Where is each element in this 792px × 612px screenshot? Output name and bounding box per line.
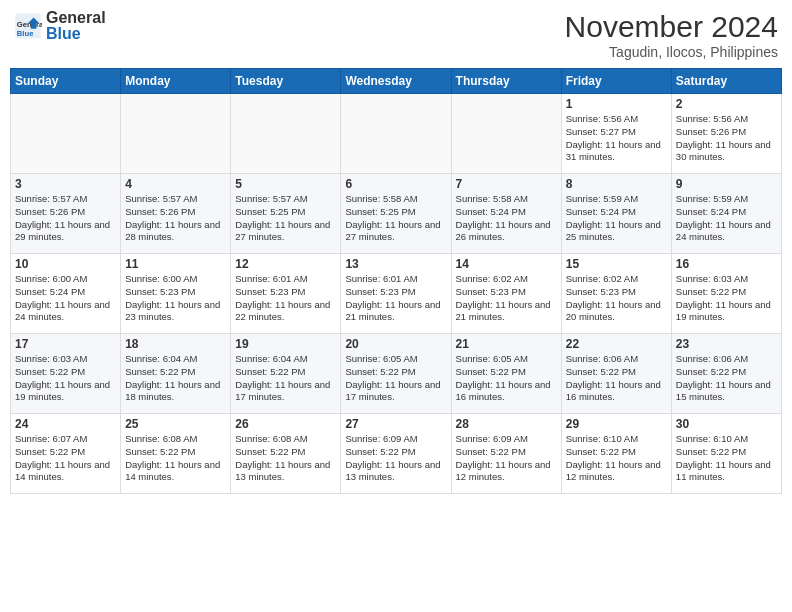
weekday-header: Friday — [561, 69, 671, 94]
calendar-day-cell: 6Sunrise: 5:58 AM Sunset: 5:25 PM Daylig… — [341, 174, 451, 254]
calendar-day-cell — [121, 94, 231, 174]
day-info: Sunrise: 6:09 AM Sunset: 5:22 PM Dayligh… — [345, 433, 446, 484]
day-info: Sunrise: 6:00 AM Sunset: 5:24 PM Dayligh… — [15, 273, 116, 324]
calendar-day-cell: 22Sunrise: 6:06 AM Sunset: 5:22 PM Dayli… — [561, 334, 671, 414]
calendar-day-cell: 4Sunrise: 5:57 AM Sunset: 5:26 PM Daylig… — [121, 174, 231, 254]
day-info: Sunrise: 6:02 AM Sunset: 5:23 PM Dayligh… — [456, 273, 557, 324]
calendar-week-row: 3Sunrise: 5:57 AM Sunset: 5:26 PM Daylig… — [11, 174, 782, 254]
calendar-week-row: 24Sunrise: 6:07 AM Sunset: 5:22 PM Dayli… — [11, 414, 782, 494]
day-number: 19 — [235, 337, 336, 351]
calendar-day-cell: 14Sunrise: 6:02 AM Sunset: 5:23 PM Dayli… — [451, 254, 561, 334]
day-info: Sunrise: 6:05 AM Sunset: 5:22 PM Dayligh… — [345, 353, 446, 404]
day-info: Sunrise: 5:57 AM Sunset: 5:25 PM Dayligh… — [235, 193, 336, 244]
logo-icon: General Blue — [14, 12, 42, 40]
calendar-day-cell: 24Sunrise: 6:07 AM Sunset: 5:22 PM Dayli… — [11, 414, 121, 494]
weekday-header: Tuesday — [231, 69, 341, 94]
day-number: 13 — [345, 257, 446, 271]
day-number: 9 — [676, 177, 777, 191]
day-number: 11 — [125, 257, 226, 271]
day-info: Sunrise: 6:05 AM Sunset: 5:22 PM Dayligh… — [456, 353, 557, 404]
day-info: Sunrise: 5:56 AM Sunset: 5:27 PM Dayligh… — [566, 113, 667, 164]
day-number: 25 — [125, 417, 226, 431]
day-info: Sunrise: 5:58 AM Sunset: 5:24 PM Dayligh… — [456, 193, 557, 244]
day-number: 7 — [456, 177, 557, 191]
day-info: Sunrise: 5:57 AM Sunset: 5:26 PM Dayligh… — [125, 193, 226, 244]
day-number: 14 — [456, 257, 557, 271]
day-number: 12 — [235, 257, 336, 271]
calendar-day-cell — [341, 94, 451, 174]
location-subtitle: Tagudin, Ilocos, Philippines — [565, 44, 778, 60]
calendar-day-cell: 2Sunrise: 5:56 AM Sunset: 5:26 PM Daylig… — [671, 94, 781, 174]
calendar-day-cell: 21Sunrise: 6:05 AM Sunset: 5:22 PM Dayli… — [451, 334, 561, 414]
weekday-header: Wednesday — [341, 69, 451, 94]
day-number: 8 — [566, 177, 667, 191]
calendar-day-cell: 3Sunrise: 5:57 AM Sunset: 5:26 PM Daylig… — [11, 174, 121, 254]
svg-text:Blue: Blue — [17, 29, 34, 38]
day-number: 16 — [676, 257, 777, 271]
calendar-day-cell: 8Sunrise: 5:59 AM Sunset: 5:24 PM Daylig… — [561, 174, 671, 254]
month-year-title: November 2024 — [565, 10, 778, 44]
day-info: Sunrise: 5:56 AM Sunset: 5:26 PM Dayligh… — [676, 113, 777, 164]
day-number: 3 — [15, 177, 116, 191]
day-number: 4 — [125, 177, 226, 191]
day-info: Sunrise: 5:59 AM Sunset: 5:24 PM Dayligh… — [566, 193, 667, 244]
calendar-day-cell: 15Sunrise: 6:02 AM Sunset: 5:23 PM Dayli… — [561, 254, 671, 334]
logo: General Blue General Blue — [14, 10, 106, 42]
calendar-week-row: 10Sunrise: 6:00 AM Sunset: 5:24 PM Dayli… — [11, 254, 782, 334]
calendar-day-cell: 18Sunrise: 6:04 AM Sunset: 5:22 PM Dayli… — [121, 334, 231, 414]
logo-blue-text: Blue — [46, 26, 106, 42]
calendar-day-cell: 10Sunrise: 6:00 AM Sunset: 5:24 PM Dayli… — [11, 254, 121, 334]
day-number: 5 — [235, 177, 336, 191]
calendar-day-cell: 9Sunrise: 5:59 AM Sunset: 5:24 PM Daylig… — [671, 174, 781, 254]
calendar-day-cell: 13Sunrise: 6:01 AM Sunset: 5:23 PM Dayli… — [341, 254, 451, 334]
calendar-day-cell: 27Sunrise: 6:09 AM Sunset: 5:22 PM Dayli… — [341, 414, 451, 494]
day-info: Sunrise: 6:06 AM Sunset: 5:22 PM Dayligh… — [676, 353, 777, 404]
day-number: 17 — [15, 337, 116, 351]
calendar-day-cell: 16Sunrise: 6:03 AM Sunset: 5:22 PM Dayli… — [671, 254, 781, 334]
day-number: 1 — [566, 97, 667, 111]
day-info: Sunrise: 6:08 AM Sunset: 5:22 PM Dayligh… — [125, 433, 226, 484]
calendar-day-cell: 30Sunrise: 6:10 AM Sunset: 5:22 PM Dayli… — [671, 414, 781, 494]
day-info: Sunrise: 6:02 AM Sunset: 5:23 PM Dayligh… — [566, 273, 667, 324]
calendar-week-row: 1Sunrise: 5:56 AM Sunset: 5:27 PM Daylig… — [11, 94, 782, 174]
weekday-header: Thursday — [451, 69, 561, 94]
day-number: 20 — [345, 337, 446, 351]
day-number: 2 — [676, 97, 777, 111]
calendar-day-cell: 11Sunrise: 6:00 AM Sunset: 5:23 PM Dayli… — [121, 254, 231, 334]
day-info: Sunrise: 6:10 AM Sunset: 5:22 PM Dayligh… — [676, 433, 777, 484]
day-info: Sunrise: 6:01 AM Sunset: 5:23 PM Dayligh… — [345, 273, 446, 324]
day-number: 28 — [456, 417, 557, 431]
calendar-day-cell: 20Sunrise: 6:05 AM Sunset: 5:22 PM Dayli… — [341, 334, 451, 414]
calendar-day-cell — [451, 94, 561, 174]
day-number: 22 — [566, 337, 667, 351]
day-info: Sunrise: 6:10 AM Sunset: 5:22 PM Dayligh… — [566, 433, 667, 484]
day-info: Sunrise: 6:03 AM Sunset: 5:22 PM Dayligh… — [15, 353, 116, 404]
day-info: Sunrise: 6:06 AM Sunset: 5:22 PM Dayligh… — [566, 353, 667, 404]
calendar-day-cell: 23Sunrise: 6:06 AM Sunset: 5:22 PM Dayli… — [671, 334, 781, 414]
logo-text: General Blue — [46, 10, 106, 42]
day-number: 29 — [566, 417, 667, 431]
day-info: Sunrise: 6:08 AM Sunset: 5:22 PM Dayligh… — [235, 433, 336, 484]
day-number: 21 — [456, 337, 557, 351]
calendar-day-cell — [11, 94, 121, 174]
day-info: Sunrise: 6:01 AM Sunset: 5:23 PM Dayligh… — [235, 273, 336, 324]
day-number: 24 — [15, 417, 116, 431]
calendar-day-cell: 19Sunrise: 6:04 AM Sunset: 5:22 PM Dayli… — [231, 334, 341, 414]
calendar-day-cell: 5Sunrise: 5:57 AM Sunset: 5:25 PM Daylig… — [231, 174, 341, 254]
day-number: 6 — [345, 177, 446, 191]
svg-text:General: General — [17, 20, 42, 29]
logo-general-text: General — [46, 10, 106, 26]
calendar-day-cell: 12Sunrise: 6:01 AM Sunset: 5:23 PM Dayli… — [231, 254, 341, 334]
day-info: Sunrise: 6:04 AM Sunset: 5:22 PM Dayligh… — [235, 353, 336, 404]
weekday-header-row: SundayMondayTuesdayWednesdayThursdayFrid… — [11, 69, 782, 94]
day-info: Sunrise: 6:03 AM Sunset: 5:22 PM Dayligh… — [676, 273, 777, 324]
day-info: Sunrise: 5:58 AM Sunset: 5:25 PM Dayligh… — [345, 193, 446, 244]
weekday-header: Sunday — [11, 69, 121, 94]
day-number: 26 — [235, 417, 336, 431]
day-number: 23 — [676, 337, 777, 351]
day-info: Sunrise: 6:07 AM Sunset: 5:22 PM Dayligh… — [15, 433, 116, 484]
calendar-day-cell: 29Sunrise: 6:10 AM Sunset: 5:22 PM Dayli… — [561, 414, 671, 494]
weekday-header: Saturday — [671, 69, 781, 94]
calendar-day-cell — [231, 94, 341, 174]
day-number: 15 — [566, 257, 667, 271]
